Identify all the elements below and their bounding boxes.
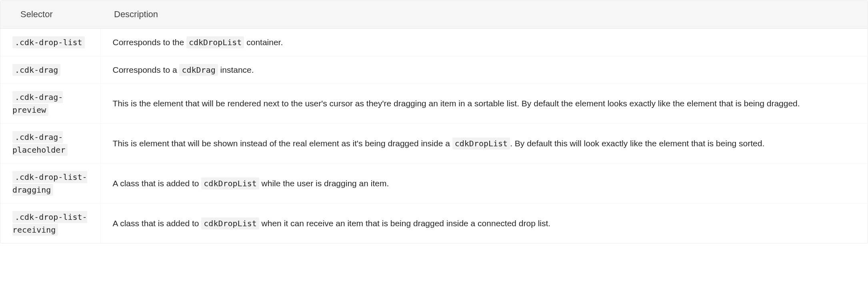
table-row: .cdk-drop-list-receiving A class that is… bbox=[0, 203, 868, 243]
desc-text: when it can receive an item that is bein… bbox=[259, 219, 550, 228]
selector-code: .cdk-drop-list-dragging bbox=[12, 171, 87, 196]
header-description: Description bbox=[100, 0, 868, 29]
desc-text: Corresponds to a bbox=[113, 65, 180, 74]
desc-text: container. bbox=[244, 38, 283, 47]
desc-text: while the user is dragging an item. bbox=[259, 179, 389, 188]
css-classes-table: Selector Description .cdk-drop-list Corr… bbox=[0, 0, 868, 243]
desc-code: cdkDropList bbox=[186, 36, 244, 48]
selector-cell: .cdk-drop-list-dragging bbox=[0, 163, 100, 203]
table-row: .cdk-drag-preview This is the element th… bbox=[0, 84, 868, 124]
table-body: .cdk-drop-list Corresponds to the cdkDro… bbox=[0, 29, 868, 243]
selector-code: .cdk-drag bbox=[12, 64, 60, 76]
description-cell: A class that is added to cdkDropList whe… bbox=[100, 203, 868, 243]
table-header-row: Selector Description bbox=[0, 0, 868, 29]
desc-code: cdkDropList bbox=[452, 138, 510, 149]
table-row: .cdk-drop-list Corresponds to the cdkDro… bbox=[0, 29, 868, 56]
table-row: .cdk-drop-list-dragging A class that is … bbox=[0, 163, 868, 203]
description-cell: This is element that will be shown inste… bbox=[100, 124, 868, 163]
description-cell: This is the element that will be rendere… bbox=[100, 84, 868, 124]
selector-cell: .cdk-drop-list-receiving bbox=[0, 203, 100, 243]
description-cell: A class that is added to cdkDropList whi… bbox=[100, 163, 868, 203]
table: Selector Description .cdk-drop-list Corr… bbox=[0, 0, 868, 243]
desc-text: . By default this will look exactly like… bbox=[510, 139, 764, 148]
description-cell: Corresponds to a cdkDrag instance. bbox=[100, 56, 868, 84]
description-cell: Corresponds to the cdkDropList container… bbox=[100, 29, 868, 56]
table-row: .cdk-drag Corresponds to a cdkDrag insta… bbox=[0, 56, 868, 84]
selector-cell: .cdk-drop-list bbox=[0, 29, 100, 56]
header-selector: Selector bbox=[0, 0, 100, 29]
table-row: .cdk-drag-placeholder This is element th… bbox=[0, 124, 868, 163]
desc-text: This is element that will be shown inste… bbox=[113, 139, 452, 148]
desc-text: A class that is added to bbox=[113, 179, 202, 188]
desc-code: cdkDropList bbox=[201, 217, 259, 229]
desc-text: A class that is added to bbox=[113, 219, 202, 228]
selector-code: .cdk-drag-placeholder bbox=[12, 131, 68, 156]
selector-code: .cdk-drag-preview bbox=[12, 91, 63, 116]
selector-cell: .cdk-drag-preview bbox=[0, 84, 100, 124]
desc-text: instance. bbox=[218, 65, 254, 74]
desc-text: Corresponds to the bbox=[113, 38, 186, 47]
selector-cell: .cdk-drag-placeholder bbox=[0, 124, 100, 163]
desc-code: cdkDropList bbox=[201, 177, 259, 189]
selector-code: .cdk-drop-list bbox=[12, 36, 85, 48]
selector-cell: .cdk-drag bbox=[0, 56, 100, 84]
desc-code: cdkDrag bbox=[179, 64, 218, 76]
desc-text: This is the element that will be rendere… bbox=[113, 99, 800, 108]
selector-code: .cdk-drop-list-receiving bbox=[12, 211, 87, 236]
